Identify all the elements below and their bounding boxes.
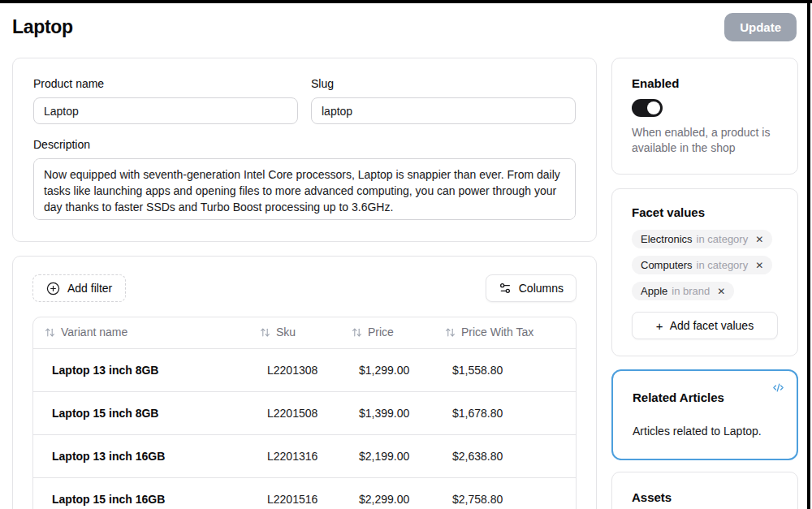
cell-price-with-tax: $1,678.80 <box>434 391 576 434</box>
cell-variant-name: Laptop 13 inch 16GB <box>33 434 248 477</box>
sort-icon[interactable] <box>45 327 55 338</box>
slug-field-group: Slug <box>311 76 576 124</box>
add-facet-values-label: Add facet values <box>670 319 754 332</box>
columns-settings-icon <box>499 282 512 295</box>
variants-card: Add filter Columns Varia <box>12 256 597 509</box>
plus-icon: + <box>656 319 663 333</box>
cell-sku: L2201308 <box>248 348 340 391</box>
variants-table: Variant name Sku <box>33 317 576 509</box>
sort-icon[interactable] <box>445 327 456 338</box>
column-header-sku[interactable]: Sku <box>248 317 340 348</box>
product-name-input[interactable] <box>33 97 298 124</box>
toggle-knob <box>647 101 660 114</box>
facet-chips: Electronics in category ✕ Computers in c… <box>632 230 778 300</box>
page-header: Laptop Update <box>0 0 812 41</box>
related-articles-card: Related Articles Articles related to Lap… <box>611 369 798 460</box>
chip-remove-icon[interactable]: ✕ <box>755 261 763 270</box>
table-row[interactable]: Laptop 15 inch 8GB L2201508 $1,399.00 $1… <box>33 391 576 434</box>
product-name-field-group: Product name <box>33 76 298 124</box>
facet-chip: Apple in brand ✕ <box>632 282 734 300</box>
code-icon <box>772 382 784 394</box>
sort-icon[interactable] <box>352 327 362 338</box>
description-textarea[interactable]: Now equipped with seventh-generation Int… <box>33 158 576 220</box>
add-facet-values-button[interactable]: + Add facet values <box>632 312 778 339</box>
facet-chip: Electronics in category ✕ <box>632 230 772 248</box>
chip-value: Apple <box>641 285 667 297</box>
circle-plus-icon <box>46 282 60 295</box>
cell-sku: L2201516 <box>248 477 340 509</box>
slug-input[interactable] <box>311 97 576 124</box>
cell-variant-name: Laptop 15 inch 16GB <box>33 477 248 509</box>
product-details-card: Product name Slug Description Now equipp… <box>12 58 597 242</box>
chip-remove-icon[interactable]: ✕ <box>755 235 763 244</box>
sort-icon[interactable] <box>260 327 270 338</box>
related-articles-body: Articles related to Laptop. <box>633 424 777 439</box>
cell-price-with-tax: $1,558.80 <box>434 348 576 391</box>
table-row[interactable]: Laptop 15 inch 16GB L2201516 $2,299.00 $… <box>33 477 576 509</box>
chip-qualifier: in category <box>697 259 749 271</box>
facet-chip: Computers in category ✕ <box>632 256 772 274</box>
column-header-price-with-tax[interactable]: Price With Tax <box>434 317 576 348</box>
table-row[interactable]: Laptop 13 inch 16GB L2201316 $2,199.00 $… <box>33 434 576 477</box>
column-header-variant-name[interactable]: Variant name <box>33 317 248 348</box>
main-column: Product name Slug Description Now equipp… <box>12 58 597 509</box>
enabled-toggle[interactable] <box>632 99 663 117</box>
column-header-price[interactable]: Price <box>340 317 434 348</box>
main-content: Product name Slug Description Now equipp… <box>0 41 812 509</box>
slug-label: Slug <box>311 76 576 91</box>
cell-sku: L2201316 <box>248 434 340 477</box>
enabled-help-text: When enabled, a product is available in … <box>632 125 778 156</box>
chip-qualifier: in brand <box>672 285 710 297</box>
page-title: Laptop <box>12 16 73 38</box>
cell-price: $2,199.00 <box>340 434 434 477</box>
variants-table-container: Variant name Sku <box>32 317 577 509</box>
product-name-label: Product name <box>33 76 298 91</box>
table-header-row: Variant name Sku <box>33 317 576 348</box>
facet-values-title: Facet values <box>632 205 778 220</box>
facet-values-card: Facet values Electronics in category ✕ C… <box>611 188 798 356</box>
sidebar: Enabled When enabled, a product is avail… <box>611 58 798 509</box>
window-border-right <box>807 0 810 509</box>
columns-button[interactable]: Columns <box>486 274 577 302</box>
related-articles-title: Related Articles <box>633 390 777 405</box>
window-border-top <box>0 0 812 3</box>
add-filter-label: Add filter <box>67 282 112 295</box>
cell-price: $2,299.00 <box>340 477 434 509</box>
cell-variant-name: Laptop 13 inch 8GB <box>33 348 248 391</box>
variants-toolbar: Add filter Columns <box>32 274 577 302</box>
chip-qualifier: in category <box>697 233 749 245</box>
assets-title: Assets <box>632 490 778 505</box>
update-button[interactable]: Update <box>724 13 797 41</box>
table-row[interactable]: Laptop 13 inch 8GB L2201308 $1,299.00 $1… <box>33 348 576 391</box>
add-filter-button[interactable]: Add filter <box>32 274 126 302</box>
cell-price: $1,299.00 <box>340 348 434 391</box>
cell-variant-name: Laptop 15 inch 8GB <box>33 391 248 434</box>
chip-value: Computers <box>641 259 693 271</box>
columns-label: Columns <box>519 282 564 295</box>
chip-value: Electronics <box>641 233 693 245</box>
cell-price-with-tax: $2,638.80 <box>434 434 576 477</box>
description-field-group: Description Now equipped with seventh-ge… <box>33 137 576 223</box>
cell-price: $1,399.00 <box>340 391 434 434</box>
enabled-card: Enabled When enabled, a product is avail… <box>611 58 798 175</box>
assets-card: Assets <box>611 472 798 509</box>
enabled-title: Enabled <box>632 76 778 91</box>
chip-remove-icon[interactable]: ✕ <box>717 287 725 296</box>
cell-price-with-tax: $2,758.80 <box>434 477 576 509</box>
cell-sku: L2201508 <box>248 391 340 434</box>
description-label: Description <box>33 137 576 152</box>
